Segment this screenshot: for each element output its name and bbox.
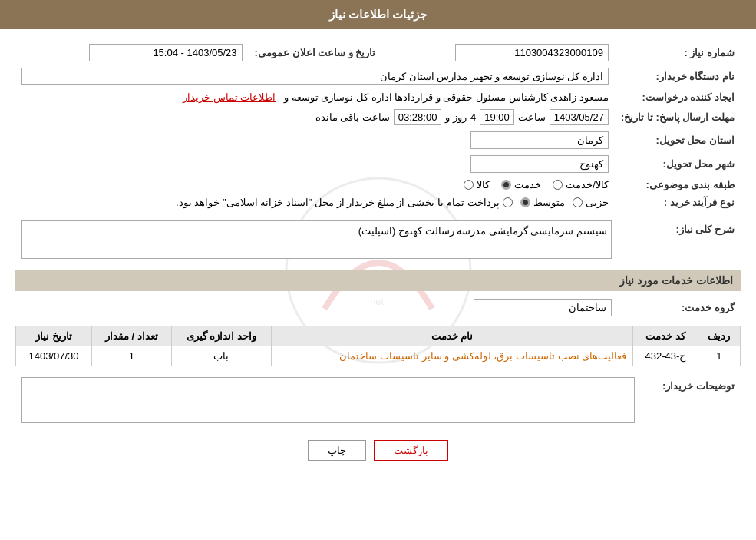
table-cell: باب — [171, 346, 272, 366]
table-cell: ج-43-432 — [633, 346, 698, 366]
proc-minor-label: جزیی — [586, 197, 609, 208]
service-group-value: ساختمان — [15, 296, 618, 320]
deadline-label: مهلت ارسال پاسخ: تا تاریخ: — [615, 106, 741, 128]
buyer-org-value: اداره کل نوسازی توسعه و تجهیز مدارس استا… — [15, 65, 615, 88]
deadline-remaining: 03:28:00 — [394, 109, 442, 125]
proc-option-bond: پرداخت تمام یا بخشی از مبلغ خریدار از مح… — [176, 197, 513, 208]
category-options: کالا خدمت کالا/خدمت — [15, 176, 615, 194]
deadline-days: 4 — [470, 111, 476, 123]
creator-value: مسعود زاهدی کارشناس مسئول حقوقی و قراردا… — [15, 88, 615, 106]
print-button[interactable]: چاپ — [308, 440, 366, 461]
buyer-notes-value — [15, 374, 641, 429]
city-value: کهنوج — [15, 152, 615, 176]
city-label: شهر محل تحویل: — [615, 152, 741, 176]
category-goods-label: کالا — [477, 179, 490, 190]
description-label: شرح کلی نیاز: — [618, 217, 741, 262]
deadline-days-label: روز و — [445, 111, 467, 123]
creator-contact-link[interactable]: اطلاعات تماس خریدار — [183, 91, 276, 103]
proc-minor-radio — [573, 197, 583, 207]
services-section-header: اطلاعات خدمات مورد نیاز — [15, 270, 741, 291]
table-cell: 1403/07/30 — [16, 346, 92, 366]
deadline-remaining-label: ساعت باقی مانده — [315, 111, 390, 123]
category-both-label: کالا/خدمت — [566, 179, 609, 190]
buyer-notes-label: توضیحات خریدار: — [641, 374, 741, 429]
service-group-table: گروه خدمت: ساختمان — [15, 296, 741, 320]
buyer-org-label: نام دستگاه خریدار: — [615, 65, 741, 88]
description-table: شرح کلی نیاز: سیستم سرمایشی گرمایشی مدرس… — [15, 217, 741, 262]
back-button[interactable]: بازگشت — [374, 440, 448, 461]
proc-option-minor: جزیی — [573, 197, 609, 208]
province-label: استان محل تحویل: — [615, 128, 741, 152]
category-both-radio — [553, 180, 563, 190]
proc-medium-label: متوسط — [533, 197, 565, 208]
creator-label: ایجاد کننده درخواست: — [615, 88, 741, 106]
announcement-date-label: تاریخ و ساعت اعلان عمومی: — [249, 41, 382, 65]
deadline-time-label: ساعت — [518, 111, 546, 123]
category-label: طبقه بندی موضوعی: — [615, 176, 741, 194]
category-service-radio — [501, 180, 511, 190]
deadline-time: 19:00 — [480, 109, 514, 125]
category-option-both: کالا/خدمت — [553, 179, 609, 190]
need-number-label: شماره نیاز : — [615, 41, 741, 65]
buttons-row: بازگشت چاپ — [15, 440, 741, 461]
page-header: جزئیات اطلاعات نیاز — [0, 0, 756, 29]
col-header-name: نام خدمت — [272, 326, 633, 346]
table-cell: 1 — [92, 346, 172, 366]
announcement-date-value: 1403/05/23 - 15:04 — [15, 41, 249, 65]
table-cell: 1 — [698, 346, 740, 366]
category-goods-radio — [464, 180, 474, 190]
need-number-value: 1103004323000109 — [381, 41, 615, 65]
service-group-label: گروه خدمت: — [618, 296, 741, 320]
services-table: ردیف کد خدمت نام خدمت واحد اندازه گیری ت… — [15, 326, 741, 366]
proc-medium-radio — [520, 197, 530, 207]
table-cell: فعالیت‌های نصب تاسیسات برق، لوله‌کشی و س… — [272, 346, 633, 366]
proc-option-medium: متوسط — [520, 197, 565, 208]
deadline-date: 1403/05/27 — [550, 109, 609, 125]
purchase-type-options: جزیی متوسط پرداخت تمام یا بخشی از مبلغ خ… — [15, 194, 615, 211]
table-row: 1ج-43-432فعالیت‌های نصب تاسیسات برق، لول… — [16, 346, 741, 366]
page-title: جزئیات اطلاعات نیاز — [329, 8, 427, 21]
buyer-notes-table: توضیحات خریدار: — [15, 374, 741, 429]
col-header-unit: واحد اندازه گیری — [171, 326, 272, 346]
buyer-notes-textarea[interactable] — [21, 377, 635, 423]
col-header-qty: تعداد / مقدار — [92, 326, 172, 346]
description-value: سیستم سرمایشی گرمایشی مدرسه رسالت کهنوج … — [15, 217, 618, 262]
col-header-rownum: ردیف — [698, 326, 740, 346]
proc-bond-label: پرداخت تمام یا بخشی از مبلغ خریدار از مح… — [176, 197, 500, 208]
category-service-label: خدمت — [514, 179, 541, 190]
col-header-code: کد خدمت — [633, 326, 698, 346]
purchase-type-label: نوع فرآیند خرید : — [615, 194, 741, 211]
info-table: شماره نیاز : 1103004323000109 تاریخ و سا… — [15, 41, 741, 211]
category-option-service: خدمت — [501, 179, 541, 190]
col-header-date: تاریخ نیاز — [16, 326, 92, 346]
deadline-row: 1403/05/27 ساعت 19:00 4 روز و 03:28:00 س… — [15, 106, 615, 128]
province-value: کرمان — [15, 128, 615, 152]
category-option-goods: کالا — [464, 179, 490, 190]
proc-bond-radio — [503, 197, 513, 207]
